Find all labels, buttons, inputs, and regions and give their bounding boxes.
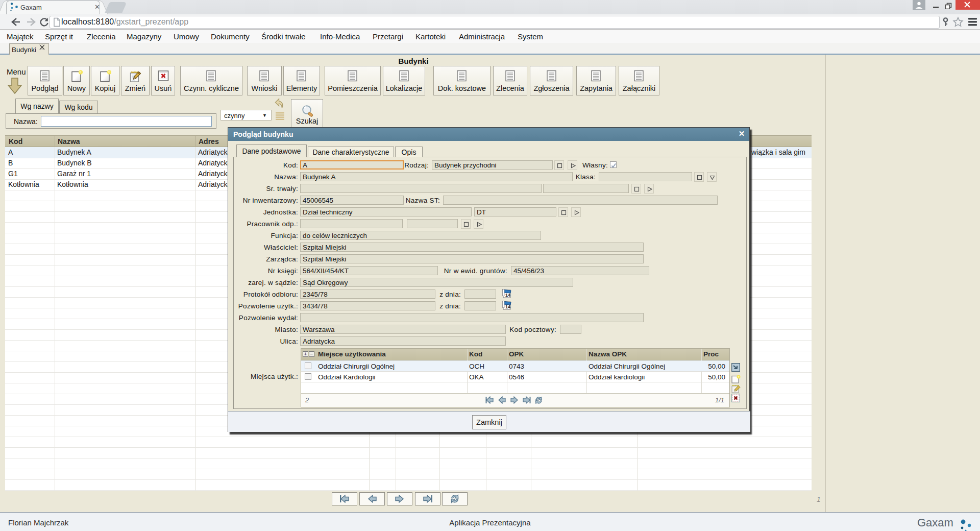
svg-text:Gaxam: Gaxam bbox=[917, 516, 953, 529]
svg-text:14: 14 bbox=[505, 293, 510, 298]
svg-text:14: 14 bbox=[505, 304, 510, 309]
